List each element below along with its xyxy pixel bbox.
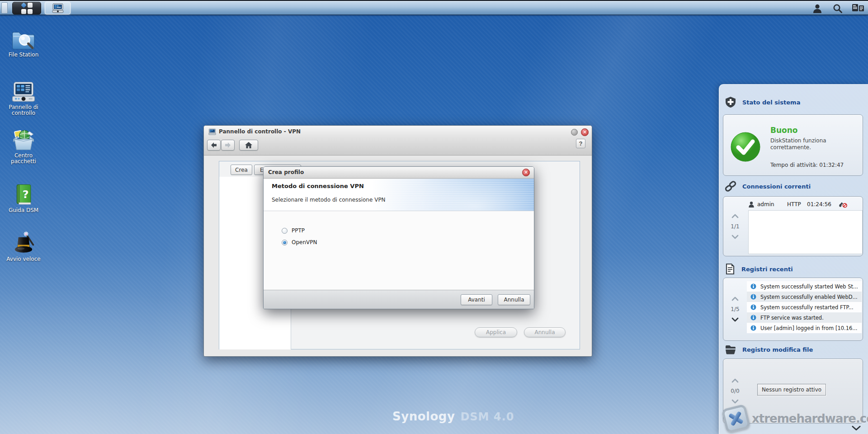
dialog-header: Metodo di connessione VPN Selezionare il… (264, 179, 534, 211)
dialog-cancel-button[interactable]: Annulla (498, 294, 530, 305)
dsm-watermark: Synology DSM 4.0 (392, 410, 514, 423)
radio-option-pptp[interactable]: PPTP (282, 227, 305, 234)
back-arrow-icon (210, 142, 217, 148)
desktop-icon-control-panel[interactable]: Pannello di controllo (2, 80, 45, 116)
system-status-header: Stato del sistema (725, 96, 800, 108)
show-desktop-button[interactable] (1, 2, 8, 14)
cancel-button[interactable]: Annulla (524, 327, 566, 337)
connections-header: Connessioni correnti (725, 180, 811, 192)
dialog-footer: Avanti Annulla (264, 290, 534, 309)
page-indicator: 1/1 (731, 223, 739, 230)
system-status-box: Buono DiskStation funziona correttamente… (723, 114, 863, 176)
control-panel-icon (52, 3, 64, 13)
file-log-pager: 0/0 (723, 359, 747, 423)
page-up-button[interactable] (730, 377, 740, 384)
connections-list[interactable] (748, 210, 863, 254)
radio-icon[interactable] (282, 228, 288, 234)
no-active-log-notice: Nessun registro attivo (757, 384, 826, 396)
page-down-button[interactable] (730, 234, 740, 240)
desktop-icon-quick-start[interactable]: Avvio veloce (2, 231, 45, 262)
search-button[interactable] (831, 3, 844, 14)
minimize-button[interactable] (571, 129, 578, 136)
main-menu-icon (21, 3, 33, 14)
dialog-heading: Metodo di connessione VPN (272, 183, 364, 189)
info-icon (750, 283, 756, 289)
dialog-subheading: Selezionare il metodo di connessione VPN (272, 197, 386, 203)
connection-user: admin (757, 201, 787, 208)
main-menu-button[interactable] (12, 2, 41, 14)
page-down-button[interactable] (730, 316, 740, 323)
home-icon (245, 142, 253, 149)
taskbar-item-control-panel[interactable] (45, 2, 71, 14)
help-button[interactable]: ? (576, 139, 585, 148)
radio-icon-selected[interactable] (282, 240, 288, 245)
page-down-button[interactable] (730, 398, 740, 405)
search-icon (833, 4, 843, 14)
desktop-icon-label: Avvio veloce (2, 256, 45, 262)
product-text: DSM 4.0 (460, 410, 514, 423)
log-document-icon (725, 263, 736, 275)
page-up-button[interactable] (730, 213, 740, 219)
recent-logs-box: 1/5 System successfully started Web St..… (723, 278, 863, 341)
svg-text:?: ? (23, 188, 29, 201)
dialog-title: Crea profilo (268, 169, 304, 175)
brand-text: Synology (392, 410, 455, 423)
recent-logs-header: Registri recenti (725, 263, 793, 275)
apply-button[interactable]: Applica (475, 327, 517, 337)
dialog-titlebar[interactable]: Crea profilo (264, 167, 534, 179)
info-icon (750, 304, 756, 310)
folder-icon (725, 344, 736, 355)
disconnect-icon[interactable] (839, 201, 847, 208)
back-button[interactable] (207, 140, 221, 151)
taskbar (0, 0, 868, 15)
desktop-icon-dsm-help[interactable]: ? Guida DSM (2, 183, 45, 213)
quick-start-icon (11, 231, 36, 255)
section-title: Registri recenti (741, 266, 793, 273)
next-button[interactable]: Avanti (461, 294, 492, 305)
connections-box: 1/1 admin HTTP 01:24:56 (723, 196, 863, 256)
file-station-icon (11, 27, 36, 51)
page-indicator: 0/0 (731, 388, 739, 394)
radio-option-openvpn[interactable]: OpenVPN (282, 239, 317, 245)
home-button[interactable] (239, 140, 258, 151)
log-row: System successfully restarted FTP... (747, 302, 862, 312)
user-mini-icon (748, 201, 755, 208)
status-value: Buono (770, 126, 798, 135)
log-row: System successfully started Web St... (747, 281, 862, 292)
page-indicator: 1/5 (731, 306, 739, 312)
panel-collapse-button[interactable] (851, 425, 861, 431)
pilot-view-icon (852, 4, 864, 13)
file-change-log-box: 0/0 Nessun registro attivo (723, 359, 863, 424)
desktop-icon-file-station[interactable]: File Station (2, 27, 45, 58)
dialog-close-button[interactable]: ✕ (522, 169, 530, 176)
info-icon (750, 294, 756, 300)
info-icon (750, 315, 756, 321)
pilot-view-button[interactable] (852, 3, 864, 14)
window-titlebar[interactable]: Pannello di controllo - VPN (208, 126, 301, 137)
page-up-button[interactable] (730, 296, 740, 302)
package-center-icon (10, 128, 37, 151)
radio-label[interactable]: OpenVPN (292, 239, 317, 245)
window-title-icon (208, 128, 216, 135)
dialog-body: PPTP OpenVPN (264, 211, 534, 291)
close-button[interactable]: ✕ (581, 128, 589, 136)
log-list: System successfully started Web St... Sy… (747, 281, 862, 333)
section-title: Stato del sistema (742, 99, 800, 106)
desktop-icon-label: Pannello di controllo (2, 104, 45, 116)
connection-row[interactable]: admin HTTP 01:24:56 (748, 199, 863, 210)
log-row: System successfully enabled WebD... (747, 292, 862, 302)
section-title: Connessioni correnti (742, 183, 811, 190)
desktop-icon-package-center[interactable]: Centro pacchetti (2, 128, 45, 165)
dsm-help-icon: ? (12, 183, 35, 206)
status-description: DiskStation funziona correttamente. (770, 137, 849, 151)
user-button[interactable] (811, 3, 824, 14)
window-title: Pannello di controllo - VPN (219, 128, 301, 135)
create-profile-button[interactable]: Crea (231, 165, 252, 175)
status-uptime: Tempo di attività: 01:32:47 (770, 162, 844, 168)
radio-label[interactable]: PPTP (292, 227, 305, 234)
taskbar-right (811, 1, 864, 16)
logs-pager: 1/5 (723, 278, 747, 340)
file-change-log-header: Registro modifica file (725, 344, 813, 355)
forward-button[interactable] (221, 140, 235, 151)
connection-protocol: HTTP (787, 201, 807, 208)
